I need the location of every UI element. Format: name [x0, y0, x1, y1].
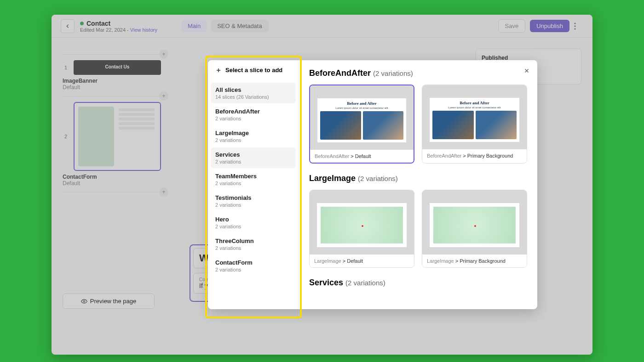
- group-title-beforeandafter: BeforeAndAfter (2 variations): [309, 68, 527, 78]
- category-sub: 2 variations: [215, 159, 291, 164]
- slice-card-ba-default[interactable]: Before and After Lorem ipsum dolor sit a…: [309, 85, 414, 164]
- category-sub: 2 variations: [215, 116, 291, 121]
- category-teammembers[interactable]: TeamMembers 2 variations: [211, 169, 296, 190]
- category-largeimage[interactable]: LargeImage 2 variations: [211, 126, 296, 147]
- close-icon: [523, 68, 530, 74]
- category-sub: 2 variations: [215, 202, 291, 208]
- category-all-slices[interactable]: All slices 14 slices (26 Variations): [211, 83, 296, 103]
- category-name: Hero: [215, 216, 291, 223]
- slice-picker-modal: Select a slice to add All slices 14 slic…: [208, 60, 537, 309]
- category-services[interactable]: Services 2 variations: [211, 147, 296, 168]
- card-prefix: BeforeAndAfter: [315, 153, 349, 159]
- plus-icon: [215, 67, 222, 74]
- category-sub: 2 variations: [215, 181, 291, 186]
- category-sub: 2 variations: [215, 224, 291, 229]
- card-prefix: BeforeAndAfter: [427, 153, 461, 158]
- category-name: BeforeAndAfter: [215, 108, 291, 115]
- slice-card-ba-primary[interactable]: Before and After Lorem ipsum dolor sit a…: [422, 85, 527, 164]
- card-suffix: > Default: [349, 153, 371, 159]
- card-suffix: > Default: [341, 258, 363, 264]
- app-shell: Contact Edited Mar 22, 2024 - View histo…: [52, 15, 592, 355]
- slice-card-li-default[interactable]: LargeImage > Default: [309, 190, 414, 268]
- category-name: LargeImage: [215, 130, 291, 136]
- category-name: TeamMembers: [215, 173, 291, 180]
- category-sub: 2 variations: [215, 267, 291, 272]
- modal-content[interactable]: BeforeAndAfter (2 variations) Before and…: [299, 60, 537, 309]
- category-name: All slices: [215, 86, 291, 93]
- preview-subtitle: Lorem ipsum dolor sit amet consectetur e…: [448, 106, 500, 109]
- category-threecolumn[interactable]: ThreeColumn 2 variations: [211, 234, 296, 255]
- category-beforeandafter[interactable]: BeforeAndAfter 2 variations: [211, 104, 296, 125]
- card-suffix: > Primary Background: [454, 258, 506, 264]
- preview-title: Before and After: [460, 101, 489, 105]
- category-name: Testimonials: [215, 194, 291, 201]
- card-prefix: LargeImage: [314, 258, 341, 264]
- category-testimonials[interactable]: Testimonials 2 variations: [211, 191, 296, 211]
- category-contactform[interactable]: ContactForm 2 variations: [211, 255, 296, 276]
- modal-header: Select a slice to add: [208, 60, 299, 80]
- category-sub: 14 slices (26 Variations): [215, 94, 291, 100]
- card-prefix: LargeImage: [427, 258, 454, 264]
- category-name: Services: [215, 151, 291, 158]
- group-title-services: Services (2 variations): [309, 278, 527, 288]
- close-button[interactable]: [522, 66, 532, 76]
- preview-subtitle: Lorem ipsum dolor sit amet consectetur e…: [335, 107, 388, 109]
- category-sub: 2 variations: [215, 245, 291, 251]
- group-title-largeimage: LargeImage (2 variations): [309, 174, 527, 183]
- slice-card-li-primary[interactable]: LargeImage > Primary Background: [422, 190, 527, 268]
- category-hero[interactable]: Hero 2 variations: [211, 212, 296, 233]
- modal-sidebar: Select a slice to add All slices 14 slic…: [208, 60, 299, 309]
- preview-title: Before and After: [347, 101, 376, 106]
- modal-title: Select a slice to add: [225, 67, 282, 74]
- category-sub: 2 variations: [215, 137, 291, 143]
- card-suffix: > Primary Background: [461, 153, 513, 158]
- category-name: ContactForm: [215, 259, 291, 266]
- category-name: ThreeColumn: [215, 238, 291, 244]
- category-list[interactable]: All slices 14 slices (26 Variations) Bef…: [208, 80, 299, 280]
